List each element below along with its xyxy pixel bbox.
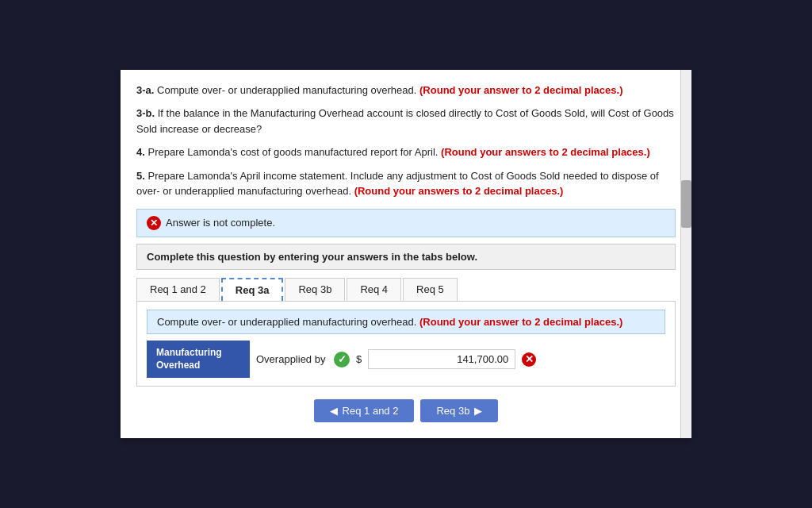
tab-req3b[interactable]: Req 3b <box>285 278 345 301</box>
main-container: 3-a. Compute over- or underapplied manuf… <box>121 70 691 438</box>
prev-button[interactable]: ◀ Req 1 and 2 <box>314 399 415 422</box>
question-3b: 3-b. If the balance in the Manufacturing… <box>136 106 676 137</box>
complete-instruction: Complete this question by entering your … <box>136 244 676 270</box>
scrollbar-thumb[interactable] <box>681 180 691 228</box>
prev-arrow-icon: ◀ <box>330 405 338 417</box>
q3a-emphasis: (Round your answer to 2 decimal places.) <box>419 84 622 96</box>
tab-req3a[interactable]: Req 3a <box>221 278 284 301</box>
tab-content: Compute over- or underapplied manufactur… <box>136 302 676 387</box>
q4-emphasis: (Round your answers to 2 decimal places.… <box>441 146 650 158</box>
q5-emphasis: (Round your answers to 2 decimal places.… <box>354 185 564 197</box>
q3b-text: If the balance in the Manufacturing Over… <box>136 107 674 135</box>
amount-input[interactable] <box>368 349 515 369</box>
remove-icon[interactable]: ✕ <box>522 352 536 367</box>
tab-req4[interactable]: Req 4 <box>347 278 401 301</box>
next-button-label: Req 3b <box>436 405 469 417</box>
row-description: Overapplied by <box>256 353 327 365</box>
data-row: ManufacturingOverhead Overapplied by ✓ $… <box>147 341 665 378</box>
q3a-label: 3-a. <box>136 84 154 96</box>
currency-symbol: $ <box>356 353 362 365</box>
row-label: ManufacturingOverhead <box>147 341 250 378</box>
q5-label: 5. <box>136 170 145 182</box>
q4-text: Prepare Lamonda's cost of goods manufact… <box>147 146 438 158</box>
error-icon: ✕ <box>147 216 161 230</box>
tab-instruction-emphasis: (Round your answer to 2 decimal places.) <box>419 316 622 328</box>
question-4: 4. Prepare Lamonda's cost of goods manuf… <box>136 144 676 160</box>
answer-incomplete-bar: ✕ Answer is not complete. <box>136 209 676 237</box>
q3a-text: Compute over- or underapplied manufactur… <box>157 84 416 96</box>
tab-req1and2[interactable]: Req 1 and 2 <box>136 278 220 301</box>
check-icon: ✓ <box>334 352 350 368</box>
q3b-label: 3-b. <box>136 107 155 119</box>
tab-instruction: Compute over- or underapplied manufactur… <box>147 310 665 334</box>
next-arrow-icon: ▶ <box>474 405 482 417</box>
tab-req5[interactable]: Req 5 <box>403 278 458 301</box>
tabs-container: Req 1 and 2 Req 3a Req 3b Req 4 Req 5 <box>136 278 676 302</box>
question-5: 5. Prepare Lamonda's April income statem… <box>136 168 676 199</box>
question-3a: 3-a. Compute over- or underapplied manuf… <box>136 83 676 98</box>
q4-label: 4. <box>136 146 145 158</box>
scrollbar[interactable] <box>680 70 691 438</box>
answer-incomplete-text: Answer is not complete. <box>166 217 275 229</box>
next-button[interactable]: Req 3b ▶ <box>420 399 498 422</box>
tab-instruction-text: Compute over- or underapplied manufactur… <box>157 316 416 328</box>
nav-buttons: ◀ Req 1 and 2 Req 3b ▶ <box>136 399 676 422</box>
prev-button-label: Req 1 and 2 <box>343 405 399 417</box>
